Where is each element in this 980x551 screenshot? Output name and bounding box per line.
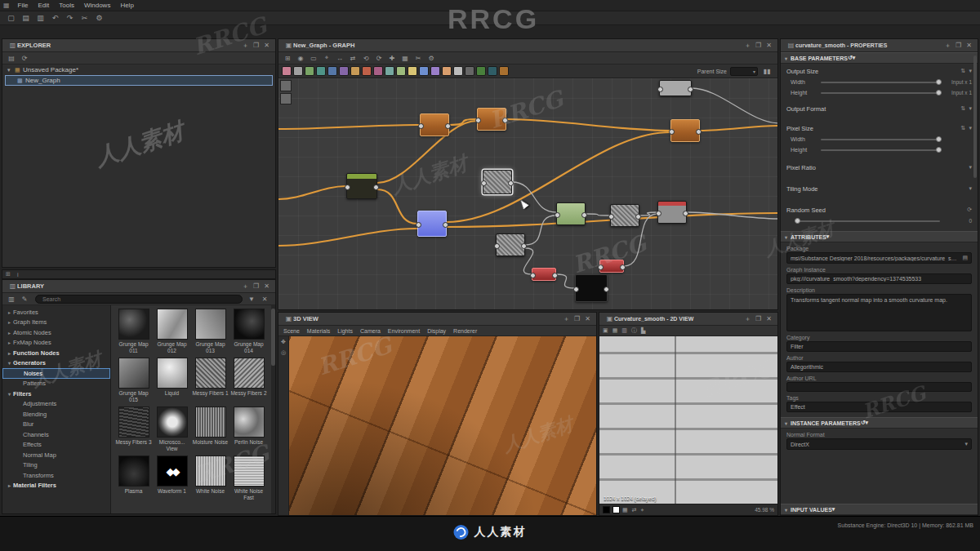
settings-icon[interactable]: ⚙	[93, 13, 105, 24]
section-instance-parameters[interactable]: ▾INSTANCE PARAMETERS ↺ ▾	[781, 417, 978, 429]
float-icon[interactable]: ❐	[754, 315, 763, 322]
focus-icon[interactable]: ⌖	[321, 54, 332, 62]
library-tree-noises[interactable]: Noises	[2, 368, 110, 379]
background-black-swatch[interactable]	[603, 506, 610, 513]
graph-node-3[interactable]	[670, 119, 700, 142]
library-item-messy-fibers-2[interactable]: Messy Fibers 2	[229, 358, 268, 403]
node-swatch-1[interactable]	[293, 66, 303, 76]
library-search-input[interactable]	[35, 295, 243, 304]
menu-edit[interactable]: Edit	[33, 2, 54, 9]
parent-size-dropdown[interactable]: ▾	[730, 67, 758, 76]
expander-icon[interactable]: ▾	[7, 67, 15, 73]
library-item-microsco-view[interactable]: Microsco... View	[153, 407, 191, 452]
description-value[interactable]: Transforms tangent normal map into a smo…	[786, 294, 972, 331]
move-icon[interactable]: ↔	[334, 55, 345, 62]
node-swatch-18[interactable]	[488, 66, 497, 76]
graph-node-10[interactable]	[657, 201, 687, 224]
graph-node-7[interactable]	[496, 233, 525, 256]
node-swatch-12[interactable]	[419, 66, 429, 76]
cut-icon[interactable]: ✂	[78, 13, 91, 24]
library-tree-adjustments[interactable]: Adjustments	[2, 399, 110, 410]
library-tree-generators[interactable]: ▾Generators	[2, 358, 110, 369]
graph-canvas[interactable]	[278, 78, 777, 309]
node-swatch-19[interactable]	[499, 66, 509, 76]
pan-icon[interactable]: ◉	[295, 55, 306, 62]
node-swatch-5[interactable]	[339, 66, 349, 76]
dice-icon[interactable]: ⟳	[967, 207, 972, 213]
library-tree-patterns[interactable]: Patterns	[2, 379, 110, 389]
library-item-liquid[interactable]: Liquid	[153, 358, 191, 403]
dropdown-icon[interactable]: ▾	[969, 125, 972, 131]
graph-node-11[interactable]	[532, 268, 556, 281]
node-swatch-9[interactable]	[385, 66, 394, 76]
image-icon[interactable]: ▣	[603, 327, 608, 334]
tiling-toggle-icon[interactable]: ⇄	[632, 507, 637, 513]
node-swatch-2[interactable]	[305, 66, 314, 76]
grid-icon[interactable]: ▦	[399, 55, 411, 62]
library-tree-transforms[interactable]: Transforms	[2, 470, 110, 481]
save-icon[interactable]: ▥	[34, 13, 47, 24]
pin-icon[interactable]: ＋	[743, 41, 752, 50]
float-icon[interactable]: ❐	[252, 282, 261, 290]
library-tree-function-nodes[interactable]: ▸Function Nodes	[2, 348, 110, 358]
view3d-menu-camera[interactable]: Camera	[360, 328, 381, 334]
close-icon[interactable]: ✕	[262, 42, 271, 49]
view-mode-icon[interactable]: ▥	[6, 295, 17, 303]
graph-node-2[interactable]	[477, 108, 506, 131]
library-item-white-noise[interactable]: White Noise	[191, 455, 229, 501]
section-attributes[interactable]: ▾ATTRIBUTES ▾	[781, 231, 978, 242]
author-url-value[interactable]	[786, 382, 972, 392]
folder-icon[interactable]: ▤	[962, 255, 968, 261]
node-swatch-11[interactable]	[408, 66, 417, 76]
view3d-menu-renderer[interactable]: Renderer	[453, 328, 477, 334]
library-item-grunge-map-011[interactable]: Grunge Map 011	[114, 309, 153, 354]
menu-icon[interactable]: ▾	[826, 233, 830, 240]
library-item-white-noise-fast[interactable]: White Noise Fast	[229, 455, 268, 501]
cut-icon[interactable]: ✂	[412, 55, 424, 62]
section-base-parameters[interactable]: ▾BASE PARAMETERS ↺ ▾	[781, 52, 978, 64]
clear-filter-icon[interactable]: ✕	[259, 295, 270, 303]
new-icon[interactable]: ▢	[5, 13, 17, 24]
explorer-graph-row[interactable]: ▩ New_Graph	[5, 75, 273, 86]
edit-icon[interactable]: ✎	[19, 295, 30, 303]
seed-slider[interactable]	[796, 220, 940, 222]
dropdown-icon[interactable]: ▾	[969, 164, 972, 171]
view3d-menu-scene[interactable]: Scene	[283, 328, 300, 334]
node-swatch-13[interactable]	[430, 66, 440, 76]
copy-icon[interactable]: ▦	[612, 327, 618, 334]
move-tool-icon[interactable]: ✥	[281, 339, 286, 345]
properties-scrollbar[interactable]	[973, 56, 977, 178]
node-swatch-6[interactable]	[350, 66, 360, 76]
redo-icon[interactable]: ↷	[64, 13, 76, 24]
node-swatch-15[interactable]	[453, 66, 463, 76]
graph-node-9[interactable]	[610, 204, 639, 227]
save-icon[interactable]: ▥	[621, 327, 627, 334]
graph-node-5[interactable]	[483, 170, 512, 194]
info-icon[interactable]: i	[17, 272, 19, 278]
graph-node-8[interactable]	[556, 202, 586, 225]
library-tree-normal-map[interactable]: Normal Map	[2, 450, 110, 460]
graph-node-6[interactable]	[417, 211, 447, 237]
node-swatch-14[interactable]	[442, 66, 452, 76]
library-item-grunge-map-013[interactable]: Grunge Map 013	[191, 309, 229, 354]
grid-toggle-icon[interactable]: ▦	[622, 507, 628, 513]
library-item-grunge-map-012[interactable]: Grunge Map 012	[153, 309, 191, 354]
float-icon[interactable]: ❐	[252, 42, 261, 49]
height-slider[interactable]	[821, 92, 940, 94]
library-tree-material-filters[interactable]: ▸Material Filters	[2, 481, 110, 491]
library-tree-effects[interactable]: Effects	[2, 440, 110, 451]
library-tree-channels[interactable]: Channels	[2, 429, 110, 440]
rotate-ccw-icon[interactable]: ⟲	[360, 55, 372, 62]
settings-icon[interactable]: ⚙	[425, 55, 437, 62]
view3d-viewport[interactable]	[289, 336, 596, 515]
library-item-messy-fibers-3[interactable]: Messy Fibers 3	[114, 407, 153, 452]
view3d-menu-lights[interactable]: Lights	[337, 328, 353, 334]
graph-node-12[interactable]	[599, 260, 624, 273]
frame-icon[interactable]: ▭	[308, 55, 319, 62]
library-item-grunge-map-014[interactable]: Grunge Map 014	[229, 309, 268, 354]
new-package-icon[interactable]: ▤	[6, 55, 17, 62]
library-item-messy-fibers-1[interactable]: Messy Fibers 1	[191, 358, 229, 403]
histogram-icon[interactable]: ▙	[641, 327, 645, 334]
menu-file[interactable]: File	[13, 2, 33, 9]
view2d-viewport[interactable]	[599, 336, 777, 504]
